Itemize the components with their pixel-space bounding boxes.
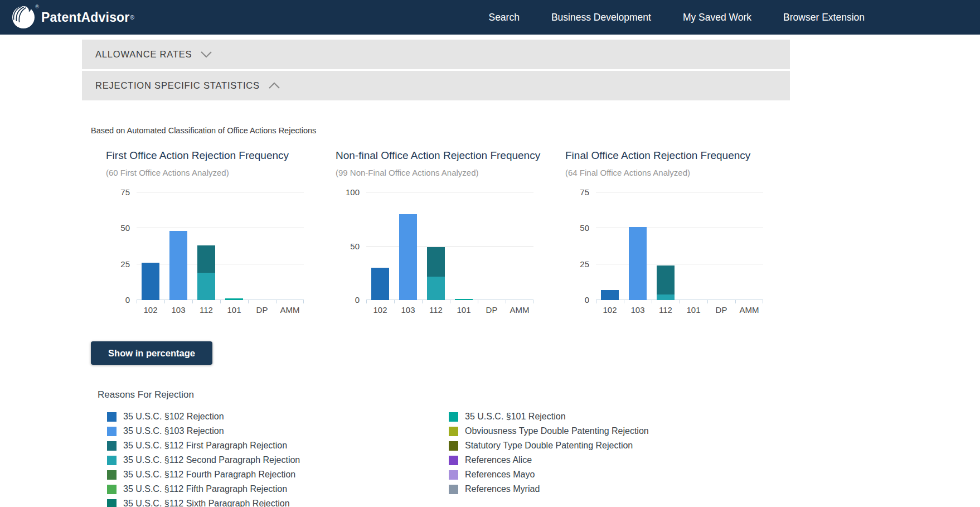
legend-column-left: 35 U.S.C. §102 Rejection35 U.S.C. §103 R…	[107, 412, 449, 507]
legend-swatch	[449, 412, 458, 422]
legend-swatch	[449, 470, 458, 480]
nav-item-business-development[interactable]: Business Development	[551, 12, 651, 23]
x-axis: 102103112101DPAMM	[596, 300, 763, 317]
x-axis-tick	[164, 300, 165, 303]
y-tick-label: 75	[120, 188, 130, 196]
x-axis-tick	[422, 300, 423, 303]
x-axis-tick	[366, 300, 367, 303]
gridline	[137, 228, 304, 228]
chart-non-final-office-action: Non-final Office Action Rejection Freque…	[336, 149, 565, 317]
legend-swatch	[449, 485, 458, 494]
bar-segment	[427, 277, 445, 300]
legend-label: 35 U.S.C. §112 Second Paragraph Rejectio…	[123, 455, 300, 465]
gridline	[366, 192, 533, 192]
chart-subtitle: (64 Final Office Actions Analyzed)	[565, 168, 795, 177]
plot-area	[137, 192, 304, 300]
legend-swatch	[107, 441, 117, 451]
nav-item-search[interactable]: Search	[488, 12, 519, 23]
x-axis-tick	[303, 300, 304, 303]
top-navbar: ® PatentAdvisor ® Search Business Develo…	[0, 0, 980, 35]
x-axis: 102103112101DPAMM	[366, 300, 533, 317]
x-axis-tick	[707, 300, 708, 303]
x-tick-label: DP	[248, 305, 276, 315]
legend-item: 35 U.S.C. §102 Rejection	[107, 412, 449, 422]
x-tick-label: AMM	[276, 305, 304, 315]
gridline	[137, 192, 304, 192]
plot-area	[366, 192, 533, 300]
x-tick-label: 112	[422, 305, 450, 315]
chart-first-office-action: First Office Action Rejection Frequency …	[106, 149, 336, 317]
x-axis-tick	[533, 300, 533, 303]
x-axis-tick	[506, 300, 506, 303]
x-axis-tick	[624, 300, 624, 303]
legend-label: 35 U.S.C. §112 Fourth Paragraph Rejectio…	[123, 470, 295, 480]
x-axis-tick	[248, 300, 249, 303]
legend-label: 35 U.S.C. §102 Rejection	[123, 412, 224, 422]
legend-label: References Mayo	[465, 470, 535, 480]
main-nav: Search Business Development My Saved Wor…	[488, 12, 865, 23]
bar-segment	[142, 263, 159, 300]
legend-item: Obviousness Type Double Patenting Reject…	[449, 426, 649, 436]
chart-subtitle: (60 First Office Actions Analyzed)	[106, 168, 336, 177]
nav-item-browser-extension[interactable]: Browser Extension	[783, 12, 865, 23]
x-tick-label: 102	[596, 305, 624, 315]
x-tick-label: 112	[652, 305, 680, 315]
y-tick-label: 25	[580, 260, 589, 268]
x-axis-tick	[478, 300, 478, 303]
legend-swatch	[449, 441, 458, 451]
x-tick-label: 101	[220, 305, 248, 315]
legend-swatch	[107, 412, 117, 422]
x-axis-tick	[137, 300, 137, 303]
y-tick-label: 50	[350, 242, 360, 250]
chart-subtitle: (99 Non-Final Office Actions Analyzed)	[336, 168, 565, 177]
y-axis: 7550250	[106, 192, 137, 300]
accordion-rejection-specific-statistics[interactable]: REJECTION SPECIFIC STATISTICS	[82, 71, 790, 100]
legend-item: 35 U.S.C. §112 Second Paragraph Rejectio…	[107, 455, 449, 465]
bar-segment	[601, 290, 619, 300]
x-axis-tick	[276, 300, 276, 303]
brand[interactable]: ® PatentAdvisor ®	[11, 5, 134, 30]
legend-label: Obviousness Type Double Patenting Reject…	[465, 426, 649, 436]
bar-segment	[629, 227, 647, 300]
x-axis-tick	[652, 300, 652, 303]
x-axis-tick	[192, 300, 193, 303]
classification-note: Based on Automated Classification of Off…	[91, 126, 980, 135]
x-axis-tick	[763, 300, 763, 303]
y-tick-label: 100	[346, 188, 360, 196]
legend-item: References Myriad	[449, 484, 649, 494]
logo-registered-mark: ®	[35, 4, 39, 9]
x-axis-tick	[680, 300, 680, 303]
gridline	[596, 192, 763, 192]
legend-item: Statutory Type Double Patenting Rejectio…	[449, 441, 649, 451]
x-axis-tick	[735, 300, 736, 303]
x-tick-label: 101	[680, 305, 707, 315]
legend-swatch	[449, 456, 458, 465]
y-tick-label: 0	[125, 296, 130, 304]
legend-item: References Alice	[449, 455, 649, 465]
x-tick-label: AMM	[506, 305, 533, 315]
show-in-percentage-button[interactable]: Show in percentage	[91, 341, 212, 365]
legend-swatch	[107, 456, 117, 465]
legend-label: 35 U.S.C. §103 Rejection	[123, 426, 224, 436]
x-axis: 102103112101DPAMM	[137, 300, 304, 317]
y-tick-label: 50	[120, 224, 130, 232]
chevron-up-icon	[268, 82, 280, 89]
bar-segment	[197, 273, 215, 300]
legend-swatch	[449, 427, 458, 436]
legend-item: 35 U.S.C. §112 Fifth Paragraph Rejection	[107, 484, 449, 494]
x-tick-label: 103	[394, 305, 422, 315]
accordion-allowance-rates[interactable]: ALLOWANCE RATES	[82, 40, 790, 69]
x-tick-label: 112	[192, 305, 220, 315]
chart-title: First Office Action Rejection Frequency	[106, 149, 336, 162]
y-tick-label: 0	[585, 296, 589, 304]
legend-swatch	[107, 499, 117, 507]
nav-item-my-saved-work[interactable]: My Saved Work	[683, 12, 751, 23]
bar-segment	[197, 245, 215, 273]
y-tick-label: 0	[355, 296, 360, 304]
legend-item: 35 U.S.C. §112 First Paragraph Rejection	[107, 441, 449, 451]
plot-area	[596, 192, 763, 300]
legend-label: 35 U.S.C. §112 Sixth Paragraph Rejection	[123, 499, 290, 507]
legend-label: 35 U.S.C. §112 Fifth Paragraph Rejection	[123, 484, 287, 494]
legend-swatch	[107, 485, 117, 494]
y-tick-label: 75	[580, 188, 589, 196]
